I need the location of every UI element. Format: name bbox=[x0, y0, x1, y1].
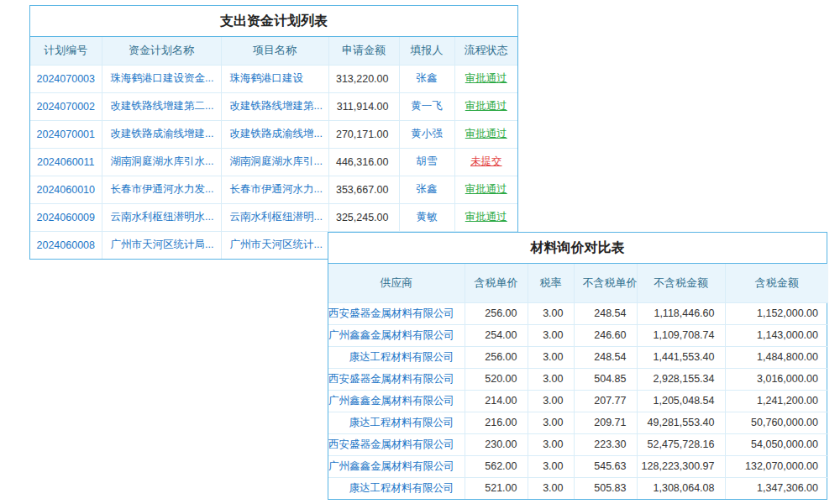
cell-project-name[interactable]: 改建铁路成渝线增... bbox=[221, 120, 328, 148]
cell-fund-name[interactable]: 改建铁路线增建第二... bbox=[102, 92, 221, 120]
expense-table: 计划编号 资金计划名称 项目名称 申请金额 填报人 流程状态 202407000… bbox=[30, 37, 517, 259]
col-header-plan-no: 计划编号 bbox=[30, 37, 102, 65]
cell-supplier[interactable]: 广州鑫鑫金属材料有限公司 bbox=[328, 390, 465, 412]
expense-table-title: 支出资金计划列表 bbox=[30, 6, 517, 37]
cell-unit-price-no-tax: 207.77 bbox=[574, 390, 637, 412]
table-row[interactable]: 2024070003 珠海鹤港口建设资金... 珠海鹤港口建设 313,220.… bbox=[30, 65, 517, 92]
status-badge[interactable]: 未提交 bbox=[454, 148, 517, 176]
cell-plan-no[interactable]: 2024060009 bbox=[30, 203, 102, 231]
cell-tax-rate: 3.00 bbox=[528, 390, 574, 412]
cell-supplier[interactable]: 广州鑫鑫金属材料有限公司 bbox=[328, 324, 465, 346]
table-row[interactable]: 西安盛器金属材料有限公司 230.00 3.00 223.30 52,475,7… bbox=[328, 433, 828, 455]
table-row[interactable]: 2024070002 改建铁路线增建第二... 改建铁路线增建第... 311,… bbox=[30, 92, 517, 120]
col-header-amount-tax: 含税金额 bbox=[725, 264, 828, 302]
status-badge[interactable]: 审批通过 bbox=[454, 65, 517, 92]
table-row[interactable]: 广州鑫鑫金属材料有限公司 254.00 3.00 246.60 1,109,70… bbox=[328, 324, 828, 346]
cell-fund-name[interactable]: 云南水利枢纽潜明水... bbox=[102, 203, 221, 231]
cell-amount: 270,171.00 bbox=[328, 120, 399, 148]
cell-plan-no[interactable]: 2024070001 bbox=[30, 120, 102, 148]
cell-amount-tax: 1,152,000.00 bbox=[725, 302, 828, 324]
cell-filler: 张鑫 bbox=[399, 176, 454, 203]
cell-unit-price-tax: 520.00 bbox=[465, 368, 528, 390]
table-row[interactable]: 康达工程材料有限公司 216.00 3.00 209.71 49,281,553… bbox=[328, 412, 828, 433]
cell-amount-tax: 132,070,000.00 bbox=[725, 455, 828, 477]
cell-project-name[interactable]: 湖南洞庭湖水库引... bbox=[221, 148, 328, 176]
cell-amount: 313,220.00 bbox=[328, 65, 399, 92]
table-row[interactable]: 广州鑫鑫金属材料有限公司 214.00 3.00 207.77 1,205,04… bbox=[328, 390, 828, 412]
expense-header-row: 计划编号 资金计划名称 项目名称 申请金额 填报人 流程状态 bbox=[30, 37, 517, 65]
table-row[interactable]: 2024070001 改建铁路成渝线增建... 改建铁路成渝线增... 270,… bbox=[30, 120, 517, 148]
cell-plan-no[interactable]: 2024070002 bbox=[30, 92, 102, 120]
cell-amount-tax: 1,241,200.00 bbox=[725, 390, 828, 412]
status-badge[interactable]: 审批通过 bbox=[454, 120, 517, 148]
cell-amount-no-tax: 1,441,553.40 bbox=[637, 346, 725, 368]
table-row[interactable]: 康达工程材料有限公司 521.00 3.00 505.83 1,308,064.… bbox=[328, 477, 828, 499]
table-row[interactable]: 2024060010 长春市伊通河水力发... 长春市伊通河水力... 353,… bbox=[30, 176, 517, 203]
cell-fund-name[interactable]: 改建铁路成渝线增建... bbox=[102, 120, 221, 148]
cell-amount: 353,667.00 bbox=[328, 176, 399, 203]
cell-project-name[interactable]: 云南水利枢纽潜明... bbox=[221, 203, 328, 231]
cell-unit-price-no-tax: 504.85 bbox=[574, 368, 637, 390]
table-row[interactable]: 康达工程材料有限公司 256.00 3.00 248.54 1,441,553.… bbox=[328, 346, 828, 368]
cell-supplier[interactable]: 广州鑫鑫金属材料有限公司 bbox=[328, 455, 465, 477]
status-badge[interactable]: 审批通过 bbox=[454, 203, 517, 231]
cell-fund-name[interactable]: 广州市天河区统计局... bbox=[102, 231, 221, 259]
cell-project-name[interactable]: 长春市伊通河水力... bbox=[221, 176, 328, 203]
cell-supplier[interactable]: 西安盛器金属材料有限公司 bbox=[328, 433, 465, 455]
col-header-filler: 填报人 bbox=[399, 37, 454, 65]
col-header-project-name: 项目名称 bbox=[221, 37, 328, 65]
cell-tax-rate: 3.00 bbox=[528, 455, 574, 477]
cell-unit-price-tax: 521.00 bbox=[465, 477, 528, 499]
cell-tax-rate: 3.00 bbox=[528, 346, 574, 368]
cell-amount-no-tax: 1,109,708.74 bbox=[637, 324, 725, 346]
cell-plan-no[interactable]: 2024060011 bbox=[30, 148, 102, 176]
cell-unit-price-tax: 214.00 bbox=[465, 390, 528, 412]
table-row[interactable]: 2024060009 云南水利枢纽潜明水... 云南水利枢纽潜明... 325,… bbox=[30, 203, 517, 231]
cell-amount-tax: 1,143,000.00 bbox=[725, 324, 828, 346]
cell-tax-rate: 3.00 bbox=[528, 302, 574, 324]
cell-unit-price-tax: 230.00 bbox=[465, 433, 528, 455]
cell-plan-no[interactable]: 2024070003 bbox=[30, 65, 102, 92]
cell-unit-price-no-tax: 246.60 bbox=[574, 324, 637, 346]
cell-supplier[interactable]: 康达工程材料有限公司 bbox=[328, 412, 465, 433]
cell-supplier[interactable]: 康达工程材料有限公司 bbox=[328, 346, 465, 368]
status-badge[interactable]: 审批通过 bbox=[454, 92, 517, 120]
cell-supplier[interactable]: 康达工程材料有限公司 bbox=[328, 477, 465, 499]
col-header-fund-name: 资金计划名称 bbox=[102, 37, 221, 65]
col-header-amount-no-tax: 不含税金额 bbox=[637, 264, 725, 302]
cell-project-name[interactable]: 广州市天河区统计... bbox=[221, 231, 328, 259]
cell-supplier[interactable]: 西安盛器金属材料有限公司 bbox=[328, 302, 465, 324]
col-header-tax-rate: 税率 bbox=[528, 264, 574, 302]
cell-project-name[interactable]: 改建铁路线增建第... bbox=[221, 92, 328, 120]
material-header-row: 供应商 含税单价 税率 不含税单价 不含税金额 含税金额 bbox=[328, 264, 828, 302]
table-row[interactable]: 广州鑫鑫金属材料有限公司 562.00 3.00 545.63 128,223,… bbox=[328, 455, 828, 477]
cell-amount-no-tax: 1,205,048.54 bbox=[637, 390, 725, 412]
status-badge[interactable]: 审批通过 bbox=[454, 176, 517, 203]
cell-fund-name[interactable]: 珠海鹤港口建设资金... bbox=[102, 65, 221, 92]
cell-filler: 张鑫 bbox=[399, 65, 454, 92]
cell-amount-tax: 54,050,000.00 bbox=[725, 433, 828, 455]
cell-project-name[interactable]: 珠海鹤港口建设 bbox=[221, 65, 328, 92]
cell-plan-no[interactable]: 2024060010 bbox=[30, 176, 102, 203]
cell-amount-no-tax: 128,223,300.97 bbox=[637, 455, 725, 477]
cell-fund-name[interactable]: 长春市伊通河水力发... bbox=[102, 176, 221, 203]
cell-unit-price-no-tax: 505.83 bbox=[574, 477, 637, 499]
cell-filler: 黄一飞 bbox=[399, 92, 454, 120]
cell-plan-no[interactable]: 2024060008 bbox=[30, 231, 102, 259]
cell-tax-rate: 3.00 bbox=[528, 477, 574, 499]
cell-amount-no-tax: 1,118,446.60 bbox=[637, 302, 725, 324]
cell-unit-price-tax: 254.00 bbox=[465, 324, 528, 346]
cell-unit-price-tax: 256.00 bbox=[465, 302, 528, 324]
cell-amount-no-tax: 2,928,155.34 bbox=[637, 368, 725, 390]
col-header-unit-price-no-tax: 不含税单价 bbox=[574, 264, 637, 302]
table-row[interactable]: 西安盛器金属材料有限公司 520.00 3.00 504.85 2,928,15… bbox=[328, 368, 828, 390]
cell-tax-rate: 3.00 bbox=[528, 433, 574, 455]
cell-amount-tax: 1,347,306.00 bbox=[725, 477, 828, 499]
cell-unit-price-tax: 562.00 bbox=[465, 455, 528, 477]
cell-fund-name[interactable]: 湖南洞庭湖水库引水... bbox=[102, 148, 221, 176]
table-row[interactable]: 2024060011 湖南洞庭湖水库引水... 湖南洞庭湖水库引... 446,… bbox=[30, 148, 517, 176]
material-inquiry-panel: 材料询价对比表 供应商 含税单价 税率 不含税单价 不含税金额 含税金额 西安盛… bbox=[328, 232, 827, 500]
cell-tax-rate: 3.00 bbox=[528, 412, 574, 433]
cell-supplier[interactable]: 西安盛器金属材料有限公司 bbox=[328, 368, 465, 390]
table-row[interactable]: 西安盛器金属材料有限公司 256.00 3.00 248.54 1,118,44… bbox=[328, 302, 828, 324]
